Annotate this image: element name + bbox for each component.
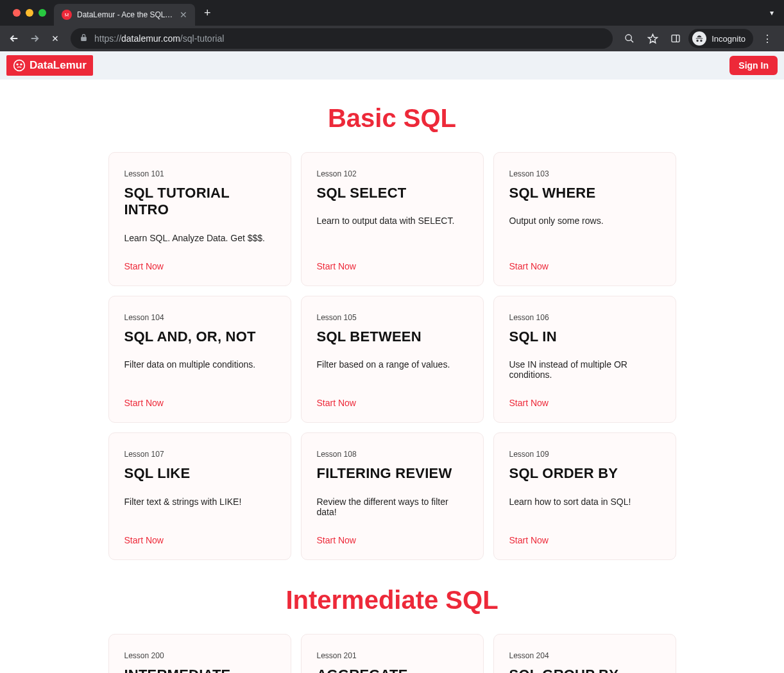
svg-point-2 (626, 35, 631, 40)
start-now-link[interactable]: Start Now (509, 261, 660, 271)
start-now-link[interactable]: Start Now (317, 261, 468, 271)
start-now-link[interactable]: Start Now (124, 398, 275, 408)
card-title: AGGREGATE FUNCTIONS (317, 667, 468, 673)
lesson-number: Lesson 107 (124, 450, 275, 459)
zoom-icon[interactable] (619, 28, 640, 49)
card-title: SQL WHERE (509, 185, 660, 201)
logo-lemur-icon (13, 59, 26, 72)
lesson-card[interactable]: Lesson 101SQL TUTORIAL INTROLearn SQL. A… (108, 152, 291, 286)
logo[interactable]: DataLemur (6, 55, 93, 76)
card-description: Review the different ways to filter data… (317, 497, 468, 517)
lesson-number: Lesson 109 (509, 450, 660, 459)
lesson-number: Lesson 106 (509, 313, 660, 322)
card-title: SQL TUTORIAL INTRO (124, 185, 275, 219)
bookmark-icon[interactable] (642, 28, 663, 49)
lesson-number: Lesson 108 (317, 450, 468, 459)
lesson-number: Lesson 103 (509, 169, 660, 178)
tab-title: DataLemur - Ace the SQL & Da (77, 10, 175, 19)
card-title: SQL LIKE (124, 465, 275, 482)
lesson-number: Lesson 204 (509, 651, 660, 660)
svg-point-5 (16, 64, 18, 65)
lesson-card[interactable]: Lesson 105SQL BETWEENFilter based on a r… (301, 296, 484, 423)
browser-tab[interactable]: DataLemur - Ace the SQL & Da ✕ (54, 4, 195, 26)
lesson-card[interactable]: Lesson 109SQL ORDER BYLearn how to sort … (493, 432, 676, 559)
tab-favicon-icon (62, 10, 72, 20)
lesson-card[interactable]: Lesson 103SQL WHEREOutput only some rows… (493, 152, 676, 286)
svg-point-0 (65, 13, 66, 15)
card-title: SQL GROUP BY (509, 667, 660, 673)
url-text: https://datalemur.com/sql-tutorial (94, 33, 224, 44)
lesson-card[interactable]: Lesson 204SQL GROUP BYAnalyze data, by c… (493, 634, 676, 673)
card-title: FILTERING REVIEW (317, 465, 468, 482)
section-title: Basic SQL (0, 104, 784, 133)
svg-point-4 (14, 60, 25, 71)
incognito-label: Incognito (712, 34, 746, 44)
tab-close-icon[interactable]: ✕ (180, 10, 187, 20)
card-title: SQL SELECT (317, 185, 468, 201)
card-title: SQL AND, OR, NOT (124, 328, 275, 345)
lesson-card[interactable]: Lesson 102SQL SELECTLearn to output data… (301, 152, 484, 286)
section-title: Intermediate SQL (0, 586, 784, 615)
section-block: Intermediate SQLLesson 200INTERMEDIATE I… (0, 586, 784, 673)
window-controls (5, 9, 54, 17)
card-title: SQL BETWEEN (317, 328, 468, 345)
lesson-card[interactable]: Lesson 108FILTERING REVIEWReview the dif… (301, 432, 484, 559)
card-title: SQL IN (509, 328, 660, 345)
new-tab-button[interactable]: + (195, 6, 220, 20)
browser-toolbar: https://datalemur.com/sql-tutorial Incog… (0, 26, 784, 51)
tab-bar: DataLemur - Ace the SQL & Da ✕ + ▾ (0, 0, 784, 26)
svg-point-1 (67, 13, 69, 15)
forward-button[interactable] (26, 30, 44, 47)
tab-dropdown-icon[interactable]: ▾ (760, 8, 784, 17)
card-title: INTERMEDIATE INTRO (124, 667, 275, 673)
incognito-icon (692, 31, 706, 46)
incognito-badge[interactable]: Incognito (688, 29, 753, 48)
lock-icon (80, 33, 88, 44)
card-description: Use IN instead of multiple OR conditions… (509, 359, 660, 380)
url-bar[interactable]: https://datalemur.com/sql-tutorial (71, 28, 613, 49)
card-description: Learn to output data with SELECT. (317, 216, 468, 243)
card-description: Filter data on multiple conditions. (124, 359, 275, 380)
start-now-link[interactable]: Start Now (124, 535, 275, 545)
lesson-card[interactable]: Lesson 106SQL INUse IN instead of multip… (493, 296, 676, 423)
card-description: Learn how to sort data in SQL! (509, 497, 660, 517)
lesson-card[interactable]: Lesson 200INTERMEDIATE INTROWhat you'll … (108, 634, 291, 673)
start-now-link[interactable]: Start Now (317, 535, 468, 545)
start-now-link[interactable]: Start Now (509, 398, 660, 408)
card-description: Filter based on a range of values. (317, 359, 468, 380)
site-header: DataLemur Sign In (0, 51, 784, 80)
card-title: SQL ORDER BY (509, 465, 660, 482)
section-block: Basic SQLLesson 101SQL TUTORIAL INTROLea… (0, 104, 784, 560)
lesson-card[interactable]: Lesson 107SQL LIKEFilter text & strings … (108, 432, 291, 559)
stop-reload-button[interactable] (46, 30, 64, 47)
lesson-card[interactable]: Lesson 104SQL AND, OR, NOTFilter data on… (108, 296, 291, 423)
lesson-number: Lesson 105 (317, 313, 468, 322)
card-description: Filter text & strings with LIKE! (124, 497, 275, 517)
start-now-link[interactable]: Start Now (509, 535, 660, 545)
window-maximize-button[interactable] (38, 9, 46, 17)
svg-rect-3 (672, 35, 679, 42)
start-now-link[interactable]: Start Now (317, 398, 468, 408)
lesson-number: Lesson 101 (124, 169, 275, 178)
start-now-link[interactable]: Start Now (124, 261, 275, 271)
cards-grid: Lesson 101SQL TUTORIAL INTROLearn SQL. A… (0, 152, 784, 560)
lesson-number: Lesson 102 (317, 169, 468, 178)
lesson-number: Lesson 104 (124, 313, 275, 322)
browser-menu-icon[interactable]: ⋮ (756, 33, 779, 45)
lesson-number: Lesson 201 (317, 651, 468, 660)
page-content: Basic SQLLesson 101SQL TUTORIAL INTROLea… (0, 80, 784, 673)
logo-text: DataLemur (30, 59, 87, 72)
card-description: Learn SQL. Analyze Data. Get $$$. (124, 233, 275, 243)
svg-point-6 (20, 64, 22, 65)
panel-icon[interactable] (665, 28, 686, 49)
cards-grid: Lesson 200INTERMEDIATE INTROWhat you'll … (0, 634, 784, 673)
lesson-card[interactable]: Lesson 201AGGREGATE FUNCTIONSMIN, MAX, S… (301, 634, 484, 673)
signin-button[interactable]: Sign In (729, 56, 778, 75)
back-button[interactable] (5, 30, 23, 47)
lesson-number: Lesson 200 (124, 651, 275, 660)
window-close-button[interactable] (13, 9, 21, 17)
card-description: Output only some rows. (509, 216, 660, 243)
window-minimize-button[interactable] (26, 9, 33, 17)
browser-chrome: DataLemur - Ace the SQL & Da ✕ + ▾ https… (0, 0, 784, 51)
